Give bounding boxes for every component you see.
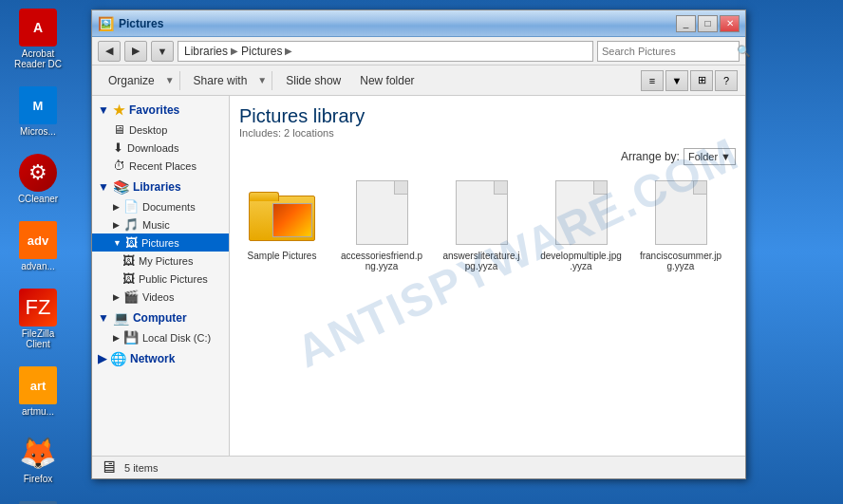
- file-item-sample-pictures[interactable]: Sample Pictures: [239, 175, 325, 261]
- sidebar-item-desktop[interactable]: 🖥 Desktop: [92, 121, 229, 139]
- view-list-button[interactable]: ≡: [641, 70, 664, 91]
- sidebar-libraries-header[interactable]: ▼ 📚 Libraries: [92, 177, 229, 197]
- acrobat-label: AcrobatReader DC: [14, 48, 62, 69]
- artmoney-icon: art: [19, 366, 57, 404]
- sidebar-item-videos[interactable]: ▶ 🎬 Videos: [92, 288, 229, 306]
- recent-places-icon: ⏱: [113, 159, 125, 173]
- arrange-dropdown[interactable]: Folder ▼: [684, 148, 736, 165]
- breadcrumb-libraries[interactable]: Libraries: [184, 45, 228, 58]
- sidebar-item-music[interactable]: ▶ 🎵 Music: [92, 215, 229, 233]
- sidebar-music-label: Music: [142, 219, 170, 231]
- back-button[interactable]: ◀: [98, 41, 121, 62]
- firefox-label: Firefox: [24, 474, 53, 484]
- sidebar-desktop-label: Desktop: [129, 124, 167, 136]
- sidebar-documents-label: Documents: [142, 201, 196, 213]
- sidebar-computer-section: ▼ 💻 Computer ▶ 💾 Local Disk (C:): [92, 308, 229, 346]
- help-button[interactable]: ?: [715, 70, 738, 91]
- sidebar-network-label: Network: [130, 352, 175, 365]
- sidebar: ▼ ★ Favorites 🖥 Desktop ⬇ Downloads ⏱: [92, 96, 230, 456]
- filezilla-icon: FZ: [19, 289, 57, 327]
- view-large-button[interactable]: ⊞: [690, 70, 713, 91]
- artmoney-label: artmu...: [22, 406, 54, 417]
- sidebar-item-documents[interactable]: ▶ 📄 Documents: [92, 197, 229, 215]
- close-button[interactable]: ✕: [720, 15, 740, 32]
- francisco-icon: [647, 175, 714, 251]
- toolbar-right: ≡ ▼ ⊞ ?: [641, 70, 738, 91]
- sample-pictures-label: Sample Pictures: [248, 251, 317, 261]
- my-pictures-icon: 🖼: [122, 253, 135, 268]
- desktop-icons: A AcrobatReader DC M Micros... ⚙ CCleane…: [5, 5, 71, 504]
- music-expand: ▶: [113, 220, 120, 230]
- library-title: Pictures library: [239, 105, 736, 127]
- organize-arrow: ▼: [165, 75, 175, 85]
- organize-button[interactable]: Organize: [100, 69, 163, 92]
- network-expand-icon: ▶: [98, 352, 106, 365]
- desktop-icon-acrobat[interactable]: A AcrobatReader DC: [5, 5, 71, 73]
- desktop-icon-artmoney[interactable]: art artmu...: [5, 363, 71, 420]
- breadcrumb-pictures[interactable]: Pictures: [241, 45, 282, 58]
- desktop-icon-ccleaner[interactable]: ⚙ CCleaner: [5, 150, 71, 208]
- search-icon: 🔍: [737, 45, 751, 58]
- sidebar-videos-label: Videos: [142, 291, 174, 303]
- status-computer-icon: 🖥: [100, 457, 117, 477]
- sidebar-item-recent-places[interactable]: ⏱ Recent Places: [92, 157, 229, 175]
- sidebar-item-my-pictures[interactable]: 🖼 My Pictures: [92, 252, 229, 270]
- breadcrumb-sep2: ▶: [285, 46, 292, 56]
- desktop-icon-advanced[interactable]: adv advan...: [5, 217, 71, 275]
- sidebar-network-section: ▶ 🌐 Network: [92, 348, 229, 369]
- file-item-francisco[interactable]: franciscosummer.jpg.yyza: [638, 175, 723, 271]
- accessories-label: accessoriesfriend.png.yyza: [341, 251, 422, 271]
- file-item-develop[interactable]: developmultiple.jpg.yyza: [538, 175, 624, 271]
- ccleaner-icon: ⚙: [19, 154, 57, 192]
- sidebar-favorites-header[interactable]: ▼ ★ Favorites: [92, 100, 229, 121]
- pictures-expand: ▼: [113, 238, 122, 248]
- filezilla-label: FileZilla Client: [9, 328, 67, 349]
- sample-pictures-icon: [249, 175, 315, 251]
- new-folder-button[interactable]: New folder: [351, 69, 422, 92]
- sidebar-item-pictures[interactable]: ▼ 🖼 Pictures: [92, 233, 229, 252]
- firefox-icon: 🦊: [19, 434, 57, 472]
- sidebar-item-downloads[interactable]: ⬇ Downloads: [92, 139, 229, 157]
- sidebar-recent-label: Recent Places: [129, 160, 197, 172]
- breadcrumb[interactable]: Libraries ▶ Pictures ▶: [178, 41, 593, 62]
- share-arrow: ▼: [257, 75, 267, 85]
- search-input[interactable]: [602, 46, 733, 57]
- videos-icon: 🎬: [123, 289, 139, 304]
- desktop-icon-microsoft[interactable]: M Micros...: [5, 83, 71, 140]
- francisco-label: franciscosummer.jpg.yyza: [640, 251, 721, 271]
- maximize-button[interactable]: □: [698, 15, 718, 32]
- public-pictures-icon: 🖼: [122, 271, 135, 286]
- toolbar: Organize ▼ Share with ▼ Slide show New f…: [92, 65, 745, 96]
- favorites-star-icon: ★: [113, 103, 125, 118]
- desktop-icon-firefox[interactable]: 🦊 Firefox: [5, 430, 71, 488]
- acrobat-icon: A: [19, 9, 57, 47]
- file-item-answers[interactable]: answersliterature.jpg.yyza: [439, 175, 524, 271]
- view-dropdown-button[interactable]: ▼: [665, 70, 688, 91]
- advanced-label: advan...: [21, 261, 55, 271]
- sidebar-libraries-label: Libraries: [133, 180, 181, 194]
- documents-expand: ▶: [113, 202, 120, 212]
- window-title: Pictures: [119, 17, 676, 30]
- status-bar: 🖥 5 items: [92, 456, 745, 478]
- sidebar-item-public-pictures[interactable]: 🖼 Public Pictures: [92, 270, 229, 288]
- minimize-button[interactable]: _: [676, 15, 696, 32]
- advanced-icon: adv: [19, 221, 57, 259]
- folder-photo: [272, 203, 312, 237]
- develop-icon: [548, 175, 614, 251]
- favorites-expand-icon: ▼: [98, 103, 109, 117]
- desktop-icon-capac[interactable]: Cap capac...: [5, 497, 71, 504]
- recent-button[interactable]: ▼: [151, 41, 174, 62]
- develop-label: developmultiple.jpg.yyza: [540, 251, 622, 271]
- sidebar-item-local-disk[interactable]: ▶ 💾 Local Disk (C:): [92, 328, 229, 346]
- sidebar-network-header[interactable]: ▶ 🌐 Network: [92, 348, 229, 369]
- slideshow-button[interactable]: Slide show: [277, 69, 349, 92]
- share-button[interactable]: Share with: [185, 69, 256, 92]
- answers-label: answersliterature.jpg.yyza: [442, 251, 519, 271]
- sidebar-computer-label: Computer: [133, 311, 187, 325]
- forward-button[interactable]: ▶: [124, 41, 147, 62]
- file-item-accessories[interactable]: accessoriesfriend.png.yyza: [339, 175, 424, 271]
- videos-expand: ▶: [113, 292, 120, 302]
- desktop-icon-filezilla[interactable]: FZ FileZilla Client: [5, 285, 71, 353]
- sidebar-computer-header[interactable]: ▼ 💻 Computer: [92, 308, 229, 328]
- libraries-expand-icon: ▼: [98, 180, 109, 194]
